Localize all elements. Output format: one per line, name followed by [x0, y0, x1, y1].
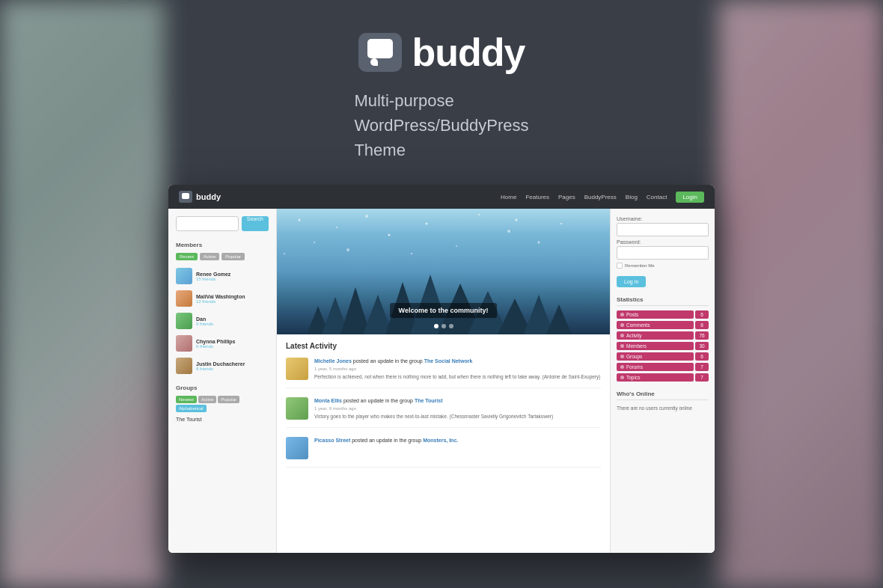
remember-checkbox[interactable]: [617, 263, 623, 269]
stat-comments: Comments 8: [617, 321, 709, 329]
activity-text: Monta Ellis posted an update in the grou…: [314, 397, 553, 405]
username-input[interactable]: [617, 223, 709, 236]
svg-point-8: [456, 245, 457, 247]
member-item: Chynna Phillips 6 friends: [176, 335, 269, 352]
groups-section: Groups Newest Active Popular Alphabetica…: [176, 385, 269, 422]
search-button[interactable]: Search: [242, 216, 269, 231]
stat-count: 30: [695, 342, 709, 350]
member-friends: 12 friends: [196, 299, 245, 304]
svg-point-10: [284, 253, 285, 254]
screenshot-wrapper: buddy Home Features Pages BuddyPress Blo…: [168, 185, 715, 553]
member-name: Dan: [196, 316, 213, 322]
statistics-title: Statistics: [617, 296, 709, 306]
search-input[interactable]: [176, 216, 239, 231]
activity-title: Latest Activity: [286, 342, 601, 350]
avatar: [176, 313, 192, 329]
group-tab-popular[interactable]: Popular: [218, 396, 239, 403]
stat-topics: Topics 7: [617, 373, 709, 382]
hero-dot[interactable]: [442, 324, 446, 328]
member-item: Justin Duchacherer 8 friends: [176, 358, 269, 374]
tab-recent[interactable]: Recent: [176, 253, 198, 260]
search-area: Search: [176, 216, 269, 231]
stat-label: Posts: [626, 312, 638, 317]
stat-posts: Posts 6: [617, 310, 709, 319]
tagline-line3: Theme: [354, 138, 528, 162]
login-button[interactable]: Log In: [617, 276, 646, 287]
svg-point-0: [299, 219, 301, 221]
avatar: [176, 268, 192, 284]
stat-label: Members: [626, 343, 647, 349]
tab-active[interactable]: Active: [200, 253, 219, 260]
member-item: MaliVai Washington 12 friends: [176, 290, 269, 307]
stat-label: Groups: [626, 354, 642, 359]
tagline: Multi-purpose WordPress/BuddyPress Theme: [354, 88, 528, 162]
screenshot-body: Search Members Recent Active Popular Ren…: [168, 209, 715, 553]
activity-text: Picasso Street posted an update in the g…: [314, 437, 458, 444]
member-item: Dan 9 friends: [176, 313, 269, 329]
hero-dots: [434, 324, 453, 328]
activity-item: Michelle Jones posted an update in the g…: [286, 358, 601, 388]
groups-title: Groups: [176, 385, 269, 391]
hero-dot[interactable]: [449, 324, 453, 328]
mini-logo-text: buddy: [196, 192, 221, 201]
nav-pages[interactable]: Pages: [558, 194, 575, 200]
svg-point-7: [388, 234, 391, 236]
stat-groups: Groups 6: [617, 352, 709, 361]
blur-right: [718, 0, 883, 588]
remember-label: Remember Me: [625, 263, 655, 268]
stat-count: 7: [695, 363, 709, 371]
avatar: [176, 335, 192, 352]
nav-buddypress[interactable]: BuddyPress: [584, 194, 617, 200]
activity-quote: Victory goes to the player who makes the…: [314, 413, 553, 420]
blur-left: [0, 0, 165, 588]
hero-banner: Welcome to the community!: [277, 209, 610, 334]
members-title: Members: [176, 242, 269, 248]
activity-text: Michelle Jones posted an update in the g…: [314, 358, 601, 365]
svg-point-14: [560, 223, 562, 224]
stat-activity: Activity 76: [617, 331, 709, 340]
member-friends: 9 friends: [196, 322, 213, 326]
member-name: Chynna Phillips: [196, 339, 236, 344]
nav-login[interactable]: Login: [676, 192, 704, 203]
hero-dot[interactable]: [434, 324, 439, 328]
stat-label: Comments: [626, 322, 650, 328]
nav-blog[interactable]: Blog: [626, 194, 638, 200]
logo-area: buddy: [358, 30, 525, 75]
group-tab-newest[interactable]: Newest: [176, 396, 197, 403]
activity-item: Picasso Street posted an update in the g…: [286, 437, 601, 468]
activity-time: 1 year, 9 months ago: [314, 406, 553, 411]
tab-popular[interactable]: Popular: [221, 253, 245, 260]
avatar: [176, 358, 192, 374]
remember-me: Remember Me: [617, 263, 709, 269]
stat-members: Members 30: [617, 342, 709, 350]
activity-avatar: [286, 358, 308, 380]
left-sidebar: Search Members Recent Active Popular Ren…: [168, 209, 277, 553]
stat-count: 6: [695, 352, 709, 361]
mini-logo-icon: [179, 191, 192, 203]
stat-dot: [620, 323, 624, 327]
stat-dot: [620, 334, 624, 337]
stat-label: Forums: [626, 364, 643, 370]
group-filter-tabs: Newest Active Popular Alphabetical: [176, 396, 269, 412]
group-tab-active[interactable]: Active: [198, 396, 216, 403]
mini-nav-links: Home Features Pages BuddyPress Blog Cont…: [501, 192, 704, 203]
stat-forums: Forums 7: [617, 363, 709, 371]
avatar: [176, 290, 192, 307]
mini-nav-logo: buddy: [179, 191, 221, 203]
stat-count: 6: [695, 310, 709, 319]
header: buddy Multi-purpose WordPress/BuddyPress…: [354, 0, 528, 162]
activity-avatar: [286, 437, 308, 459]
password-input[interactable]: [617, 246, 709, 260]
group-tab-alpha[interactable]: Alphabetical: [176, 405, 207, 412]
stat-label: Activity: [626, 333, 642, 338]
nav-home[interactable]: Home: [501, 194, 516, 200]
member-name: MaliVai Washington: [196, 294, 245, 299]
nav-contact[interactable]: Contact: [647, 194, 667, 200]
filter-tabs: Recent Active Popular: [176, 253, 269, 260]
whos-online-section: Who's Online There are no users currentl…: [617, 391, 709, 411]
nav-features[interactable]: Features: [525, 194, 549, 200]
svg-marker-25: [546, 304, 572, 334]
activity-feed: Latest Activity Michelle Jones posted an…: [277, 334, 610, 484]
activity-time: 1 year, 5 months ago: [314, 367, 601, 371]
svg-point-3: [426, 223, 428, 225]
